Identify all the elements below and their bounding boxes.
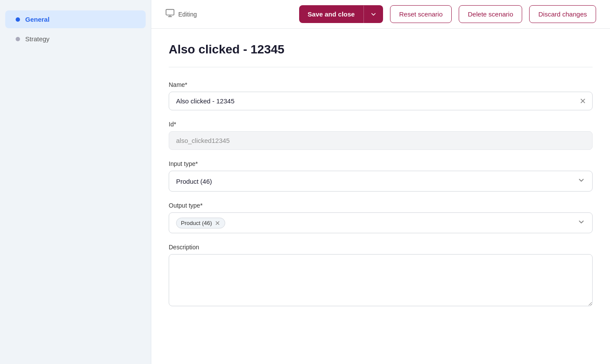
topbar: Editing Save and close Reset scenario De… <box>151 0 610 29</box>
input-type-field-group: Input type* Product (46) <box>169 160 593 192</box>
page-content: Also clicked - 12345 Name* ✕ Id* also_cl… <box>151 29 610 364</box>
input-type-value: Product (46) <box>176 178 212 185</box>
input-type-label: Input type* <box>169 160 593 167</box>
output-type-chevron <box>577 218 585 228</box>
editing-status: Editing <box>165 8 197 20</box>
description-label: Description <box>169 244 593 251</box>
sidebar-label-general: General <box>25 16 50 23</box>
sidebar-item-general[interactable]: General <box>5 10 146 28</box>
output-type-select[interactable]: Product (46) ✕ <box>169 212 593 233</box>
output-type-field-group: Output type* Product (46) ✕ <box>169 202 593 233</box>
save-and-close-button[interactable]: Save and close <box>299 5 383 23</box>
save-dropdown-chevron[interactable] <box>363 6 383 23</box>
output-type-tag: Product (46) ✕ <box>176 218 225 228</box>
svg-rect-0 <box>166 10 174 15</box>
sidebar-label-strategy: Strategy <box>25 35 50 43</box>
name-label: Name* <box>169 81 593 88</box>
delete-scenario-button[interactable]: Delete scenario <box>459 5 522 23</box>
id-field-group: Id* also_clicked12345 <box>169 121 593 150</box>
input-type-select[interactable]: Product (46) <box>169 171 593 192</box>
output-type-tag-label: Product (46) <box>181 220 212 226</box>
name-clear-icon[interactable]: ✕ <box>580 96 586 106</box>
reset-scenario-button[interactable]: Reset scenario <box>390 5 452 23</box>
save-button-label: Save and close <box>299 5 363 23</box>
section-divider <box>169 67 593 67</box>
output-type-label: Output type* <box>169 202 593 209</box>
sidebar-item-strategy[interactable]: Strategy <box>5 30 146 48</box>
name-field-group: Name* ✕ <box>169 81 593 110</box>
sidebar-dot-general <box>16 17 20 22</box>
editing-icon <box>165 8 175 20</box>
input-type-chevron <box>577 176 585 186</box>
sidebar-dot-strategy <box>16 37 20 41</box>
output-type-tag-remove[interactable]: ✕ <box>215 220 220 226</box>
name-input[interactable] <box>169 92 592 110</box>
editing-label-text: Editing <box>178 11 197 18</box>
discard-changes-button[interactable]: Discard changes <box>529 5 596 23</box>
id-label: Id* <box>169 121 593 128</box>
id-input: also_clicked12345 <box>169 131 593 150</box>
page-title: Also clicked - 12345 <box>169 43 593 56</box>
sidebar: General Strategy <box>0 0 151 364</box>
description-textarea[interactable] <box>169 254 593 306</box>
name-input-wrapper: ✕ <box>169 92 593 110</box>
description-field-group: Description <box>169 244 593 308</box>
main-content: Editing Save and close Reset scenario De… <box>151 0 610 364</box>
